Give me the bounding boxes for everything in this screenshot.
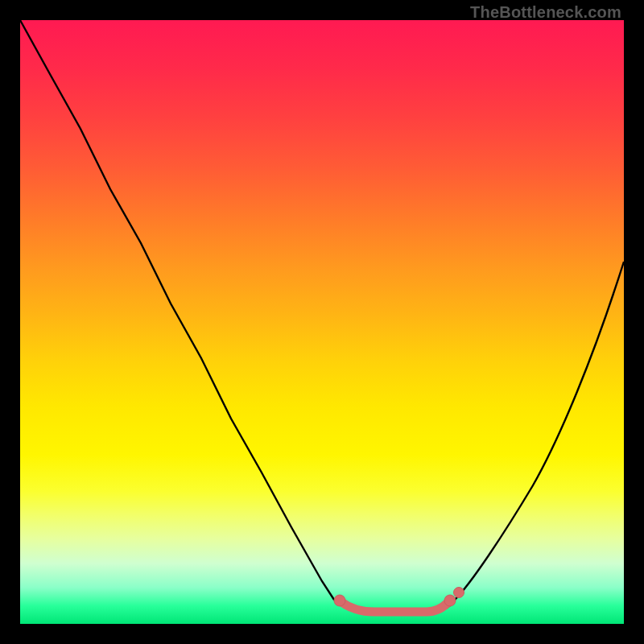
min-marker-left-cap <box>334 595 345 606</box>
min-marker-right-dot <box>454 588 464 598</box>
chart-curve-svg <box>20 20 624 624</box>
curve-group <box>20 20 624 612</box>
chart-frame: TheBottleneck.com <box>0 0 644 644</box>
curve-left-branch <box>20 20 334 600</box>
curve-right-branch <box>455 262 624 600</box>
attribution-text: TheBottleneck.com <box>470 3 621 22</box>
min-marker-right-cap <box>444 595 456 606</box>
marker-group <box>334 588 464 613</box>
chart-plot-area <box>20 20 624 624</box>
min-marker-floor <box>341 601 448 612</box>
